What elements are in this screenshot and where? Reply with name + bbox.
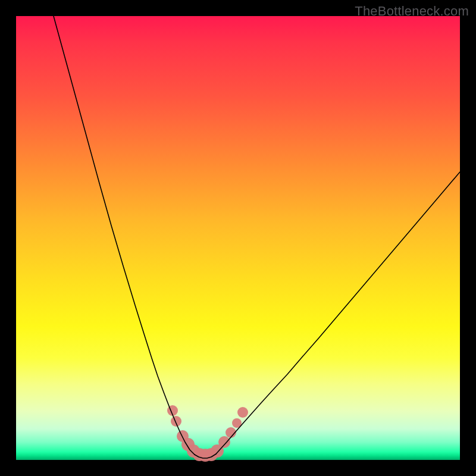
chart-plot-area	[16, 16, 460, 460]
highlight-dots-group	[167, 405, 248, 462]
chart-frame: TheBottleneck.com	[0, 0, 476, 476]
highlight-dot	[218, 436, 230, 448]
chart-svg	[16, 16, 460, 460]
right-curve-line	[216, 172, 460, 454]
highlight-dot	[171, 416, 181, 427]
highlight-dot	[237, 407, 248, 418]
left-curve-line	[54, 16, 195, 455]
